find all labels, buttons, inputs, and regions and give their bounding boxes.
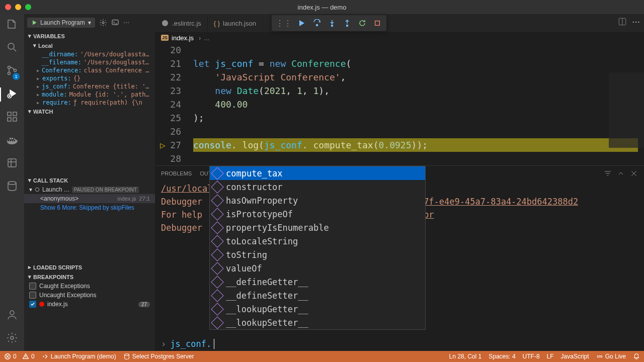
minimap[interactable] (609, 72, 644, 148)
watch-header[interactable]: WATCH (24, 107, 155, 116)
launch-config-label: Launch Program (40, 19, 85, 26)
search-icon[interactable] (6, 41, 18, 55)
debug-repl-input[interactable]: › js_conf.│ (155, 337, 644, 351)
svg-point-13 (102, 22, 104, 24)
autocomplete-item[interactable]: valueOf (210, 261, 425, 275)
checkbox-checked[interactable] (29, 301, 36, 308)
problems-tab[interactable]: PROBLEMS (161, 170, 192, 176)
status-encoding[interactable]: UTF-8 (523, 353, 540, 360)
step-into-button[interactable] (325, 17, 339, 30)
callstack-header[interactable]: CALL STACK (24, 175, 155, 185)
debug-toolbar[interactable]: ⋮⋮ (272, 15, 386, 31)
uncaught-exceptions-toggle[interactable]: Uncaught Exceptions (24, 291, 155, 300)
autocomplete-item[interactable]: toString (210, 248, 425, 261)
tab-index-js[interactable]: JS index.js › ... (155, 32, 215, 43)
gear-icon[interactable] (99, 19, 107, 27)
editor-more-icon[interactable]: ⋯ (632, 17, 640, 27)
step-over-button[interactable] (310, 17, 324, 30)
variables-header[interactable]: VARIABLES (24, 31, 155, 41)
autocomplete-item[interactable]: propertyIsEnumerable (210, 221, 425, 234)
debug-icon[interactable] (6, 87, 18, 102)
variable-row[interactable]: ▸module:Module {id: '.', path: '… (33, 90, 155, 99)
variable-row[interactable]: ▸require:ƒ require(path) {\n (33, 99, 155, 107)
tab-eslintrc[interactable]: .eslintrc.js (155, 14, 208, 32)
extensions-icon[interactable] (6, 111, 18, 125)
method-icon (211, 180, 223, 193)
drag-handle-icon[interactable]: ⋮⋮ (274, 19, 294, 28)
svg-point-19 (332, 25, 333, 27)
explorer-icon[interactable] (6, 18, 18, 32)
server-icon[interactable] (6, 180, 18, 194)
restart-button[interactable] (355, 17, 369, 30)
chevron-up-icon[interactable] (617, 169, 625, 177)
filter-icon[interactable] (604, 169, 612, 177)
svg-point-11 (10, 311, 14, 315)
autocomplete-item[interactable]: toLocaleString (210, 234, 425, 248)
svg-rect-14 (112, 20, 118, 25)
status-eol[interactable]: LF (547, 353, 554, 360)
svg-point-1 (8, 66, 11, 69)
breakpoint-entry[interactable]: index.js27 (24, 300, 155, 309)
method-icon (211, 262, 223, 275)
scm-badge: 1 (13, 73, 20, 80)
activity-bar: 1 (0, 14, 24, 351)
launch-config-selector[interactable]: Launch Program (27, 18, 95, 28)
tab-launch-json[interactable]: { }launch.json (208, 14, 263, 32)
window-title: index.js — demo (298, 4, 347, 11)
stop-button[interactable] (370, 17, 384, 30)
caught-exceptions-toggle[interactable]: Caught Exceptions (24, 282, 155, 291)
status-launch[interactable]: Launch Program (demo) (42, 353, 116, 360)
status-golive[interactable]: Go Live (596, 353, 626, 360)
method-icon (211, 316, 223, 329)
svg-point-18 (316, 25, 318, 26)
more-icon[interactable]: ⋯ (123, 19, 129, 26)
autocomplete-item[interactable]: hasOwnProperty (210, 194, 425, 207)
account-icon[interactable] (6, 309, 18, 323)
variable-row[interactable]: __dirname:'/Users/douglasstarne… (33, 50, 155, 58)
status-errors[interactable]: 0 0 (4, 353, 35, 360)
minimize-window[interactable] (15, 4, 21, 10)
loaded-scripts-header[interactable]: LOADED SCRIPTS (24, 262, 155, 272)
autocomplete-item[interactable]: isPrototypeOf (210, 207, 425, 221)
docker-icon[interactable] (6, 134, 18, 148)
callstack-thread[interactable]: Launch … PAUSED ON BREAKPOINT (24, 185, 155, 194)
database-icon[interactable] (6, 157, 18, 171)
split-editor-icon[interactable] (618, 17, 627, 26)
status-postgres[interactable]: Select Postgres Server (123, 353, 194, 360)
status-language[interactable]: JavaScript (561, 353, 589, 360)
close-window[interactable] (5, 4, 11, 10)
debug-console-icon[interactable] (111, 19, 119, 27)
scm-icon[interactable]: 1 (6, 64, 18, 78)
svg-point-23 (43, 356, 44, 357)
settings-icon[interactable] (6, 332, 18, 346)
variable-row[interactable]: ▸Conference:class Conference {\n… (33, 66, 155, 74)
autocomplete-item[interactable]: constructor (210, 180, 425, 194)
zoom-window[interactable] (25, 4, 31, 10)
code-editor[interactable]: 20212223242526▷2728 let js_conf = new Co… (155, 43, 644, 165)
autocomplete-item[interactable]: __defineGetter__ (210, 275, 425, 289)
autocomplete-item[interactable]: __defineSetter__ (210, 289, 425, 302)
close-panel-icon[interactable] (630, 169, 638, 177)
continue-button[interactable] (295, 17, 309, 30)
method-icon (211, 248, 223, 261)
autocomplete-item[interactable]: __lookupGetter__ (210, 302, 425, 316)
breakpoints-header[interactable]: BREAKPOINTS (24, 272, 155, 282)
autocomplete-item[interactable]: __lookupSetter__ (210, 316, 425, 329)
pause-state-badge: PAUSED ON BREAKPOINT (72, 187, 139, 193)
method-icon (211, 289, 223, 302)
show-more-frames[interactable]: Show 6 More: Skipped by skipFiles (24, 203, 155, 212)
status-cursor-pos[interactable]: Ln 28, Col 1 (449, 353, 482, 360)
callstack-frame[interactable]: <anonymous> index.js 27:1 (24, 194, 155, 203)
svg-point-15 (35, 188, 39, 192)
variable-row[interactable]: __filename:'/Users/douglasstarne… (33, 58, 155, 66)
editor-area: .eslintrc.js { }launch.json ⋯ JS index.j… (155, 14, 644, 351)
variable-row[interactable]: ▸js_conf:Conference {title: 'Jav… (33, 82, 155, 90)
method-icon (211, 208, 223, 220)
local-header[interactable]: Local (24, 41, 155, 50)
autocomplete-item[interactable]: compute_tax (210, 166, 425, 180)
status-spaces[interactable]: Spaces: 4 (489, 353, 515, 360)
status-bell-icon[interactable] (633, 353, 640, 360)
variable-row[interactable]: ▸exports:{} (33, 74, 155, 82)
svg-rect-9 (8, 159, 16, 167)
step-out-button[interactable] (340, 17, 354, 30)
